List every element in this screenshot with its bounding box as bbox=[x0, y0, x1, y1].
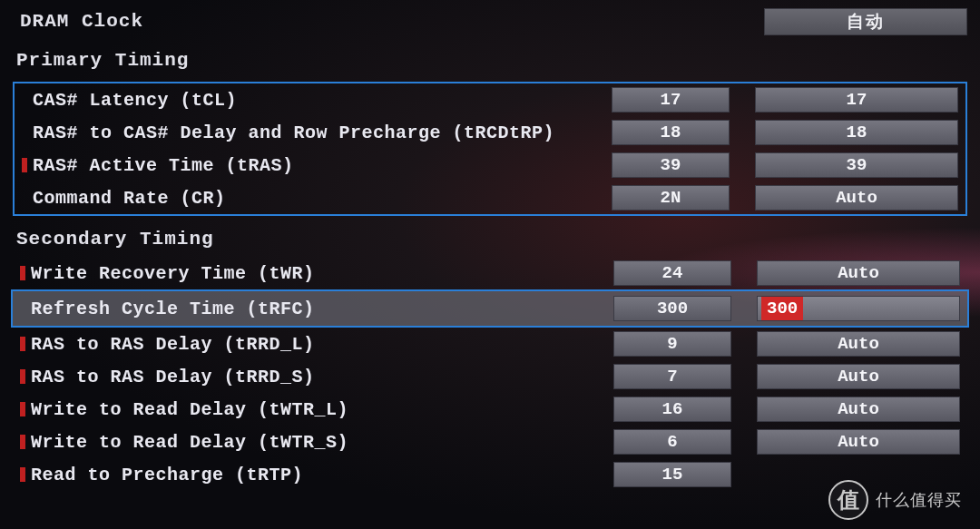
timing-current-value: 24 bbox=[613, 260, 731, 286]
timing-row[interactable]: RAS# Active Time (tRAS) 39 39 bbox=[15, 149, 965, 181]
timing-set-value[interactable]: Auto bbox=[757, 364, 960, 389]
timing-row-selected[interactable]: Refresh Cycle Time (tRFC) 300 300 bbox=[11, 289, 969, 328]
watermark-badge-icon: 值 bbox=[828, 480, 868, 520]
timing-label: Command Rate (CR) bbox=[33, 188, 612, 209]
timing-label: CAS# Latency (tCL) bbox=[33, 90, 612, 111]
timing-row[interactable]: CAS# Latency (tCL) 17 17 bbox=[15, 83, 965, 116]
timing-set-value[interactable]: 18 bbox=[755, 120, 958, 145]
timing-set-value[interactable]: Auto bbox=[757, 429, 960, 455]
timing-label: Write to Read Delay (tWTR_S) bbox=[31, 432, 613, 453]
timing-label: Write to Read Delay (tWTR_L) bbox=[31, 399, 613, 420]
timing-current-value: 15 bbox=[613, 462, 731, 487]
timing-row[interactable]: Write to Read Delay (tWTR_S) 6 Auto bbox=[13, 426, 967, 458]
dram-clock-label: DRAM Clock bbox=[16, 4, 147, 39]
primary-timing-title: Primary Timing bbox=[13, 43, 967, 78]
primary-timing-group: CAS# Latency (tCL) 17 17 RAS# to CAS# De… bbox=[13, 82, 967, 216]
timing-set-value[interactable]: Auto bbox=[755, 185, 958, 211]
timing-row[interactable]: RAS# to CAS# Delay and Row Precharge (tR… bbox=[15, 116, 965, 149]
timing-row[interactable]: Command Rate (CR) 2N Auto bbox=[15, 181, 965, 214]
timing-set-value[interactable]: 300 bbox=[757, 296, 960, 321]
timing-label: RAS# Active Time (tRAS) bbox=[33, 155, 612, 176]
timing-current-value: 18 bbox=[612, 120, 730, 145]
timing-label: RAS to RAS Delay (tRRD_S) bbox=[31, 367, 613, 387]
timing-row[interactable]: RAS to RAS Delay (tRRD_S) 7 Auto bbox=[13, 360, 967, 393]
timing-label: Read to Precharge (tRTP) bbox=[31, 465, 613, 485]
timing-current-value: 9 bbox=[613, 331, 731, 357]
timing-set-value[interactable]: 17 bbox=[755, 87, 958, 113]
timing-set-value[interactable]: Auto bbox=[757, 331, 960, 357]
timing-current-value: 39 bbox=[612, 152, 730, 178]
timing-label: RAS to RAS Delay (tRRD_L) bbox=[31, 334, 613, 355]
timing-current-value: 7 bbox=[613, 364, 731, 389]
timing-current-value: 300 bbox=[613, 296, 731, 321]
timing-set-value[interactable]: Auto bbox=[757, 260, 960, 286]
timing-label: Write Recovery Time (tWR) bbox=[31, 263, 613, 284]
timing-label: Refresh Cycle Time (tRFC) bbox=[31, 299, 613, 319]
timing-row[interactable]: Write Recovery Time (tWR) 24 Auto bbox=[13, 257, 967, 289]
timing-row[interactable]: RAS to RAS Delay (tRRD_L) 9 Auto bbox=[13, 328, 967, 360]
dram-clock-auto-button[interactable]: 自动 bbox=[764, 8, 967, 35]
timing-current-value: 6 bbox=[613, 429, 731, 455]
timing-set-value[interactable]: Auto bbox=[757, 397, 960, 422]
timing-row[interactable]: Write to Read Delay (tWTR_L) 16 Auto bbox=[13, 393, 967, 426]
watermark-text: 什么值得买 bbox=[876, 489, 962, 511]
timing-current-value: 16 bbox=[613, 397, 731, 422]
watermark: 值 什么值得买 bbox=[828, 480, 962, 520]
secondary-timing-title: Secondary Timing bbox=[13, 221, 967, 257]
timing-label: RAS# to CAS# Delay and Row Precharge (tR… bbox=[33, 122, 612, 143]
timing-row[interactable]: Read to Precharge (tRTP) 15 bbox=[13, 458, 967, 491]
timing-edited-value: 300 bbox=[761, 297, 803, 320]
timing-current-value: 17 bbox=[612, 87, 730, 113]
timing-current-value: 2N bbox=[612, 185, 730, 211]
timing-set-value[interactable]: 39 bbox=[755, 152, 958, 178]
